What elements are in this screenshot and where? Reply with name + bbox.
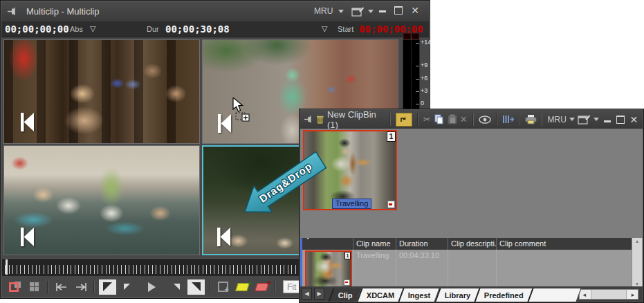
start-label: Start xyxy=(338,25,353,33)
column-header-duration[interactable]: Duration xyxy=(396,238,448,250)
tab-library[interactable]: Library xyxy=(434,288,479,302)
table-vertical-scrollbar[interactable]: ▴ ▾ xyxy=(632,238,642,287)
in-flag-icon xyxy=(103,282,112,291)
clip-marker-icon xyxy=(387,201,395,208)
add-camera-button[interactable]: + xyxy=(214,279,232,295)
clear-in-button[interactable] xyxy=(118,279,136,295)
duration-timecode[interactable]: 00;00;30;08 xyxy=(165,24,230,35)
clipbin-window: New ClipBin (1) ✂ ✕ xyxy=(299,109,644,303)
timecode-mode-label[interactable]: Abs xyxy=(70,25,83,33)
add-marker-button[interactable]: + xyxy=(234,279,251,295)
tab-strip-filler xyxy=(527,288,581,302)
row-index-badge: 1 xyxy=(344,252,351,259)
properties-dropdown-icon[interactable] xyxy=(594,118,599,121)
tab-horizontal-scrollbar[interactable]: ◂ ▸ xyxy=(579,289,638,300)
view-detail-button[interactable] xyxy=(502,115,514,124)
cell-duration[interactable]: 00:04:33:10 xyxy=(396,250,448,287)
column-header-thumbnail[interactable] xyxy=(302,238,353,250)
timecode-mode-dropdown-icon[interactable]: ▽ xyxy=(90,24,95,33)
meter-label: +9 xyxy=(421,62,427,68)
cell-clip-name[interactable]: Travelling xyxy=(353,250,396,287)
delete-marker-button[interactable]: ✕ xyxy=(253,279,270,295)
multiclip-window-title: Multiclip - Multiclip xyxy=(26,6,99,17)
minimize-button[interactable] xyxy=(602,115,612,125)
mru-button[interactable]: MRU xyxy=(314,6,333,16)
tab-predefined[interactable]: Predefined xyxy=(474,288,532,302)
pin-icon[interactable] xyxy=(304,115,313,124)
tab-xdcam[interactable]: XDCAM xyxy=(356,288,403,302)
mru-button[interactable]: MRU xyxy=(547,115,566,125)
mru-dropdown-icon[interactable] xyxy=(569,118,575,121)
duration-label: Dur xyxy=(147,25,159,33)
clipbin-titlebar[interactable]: New ClipBin (1) ✂ ✕ xyxy=(300,110,643,129)
start-dropdown-icon[interactable]: ▽ xyxy=(322,24,327,33)
scroll-up-icon[interactable]: ▴ xyxy=(636,238,638,244)
view-eye-button[interactable] xyxy=(479,116,491,124)
mru-dropdown-icon[interactable] xyxy=(338,10,344,13)
plus-icon: + xyxy=(225,286,229,293)
goto-out-button[interactable] xyxy=(72,279,89,295)
bin-icon xyxy=(316,115,324,125)
row-marker-icon xyxy=(344,279,350,286)
tab-scroll-left-button[interactable]: ◀ xyxy=(302,288,312,300)
camera-preview-3[interactable] xyxy=(3,145,200,255)
clipbin-table: Clip name Duration Clip descripti... Cli… xyxy=(300,238,643,287)
tab-clip[interactable]: Clip xyxy=(329,288,362,302)
minimize-button[interactable] xyxy=(377,4,388,14)
out-flag-small-icon xyxy=(174,284,180,290)
play-button[interactable] xyxy=(143,279,160,295)
clip-name-label[interactable]: Travelling xyxy=(332,199,371,209)
delete-button-disabled[interactable]: ✕ xyxy=(460,114,468,125)
tab-ingest[interactable]: Ingest xyxy=(398,288,439,302)
multi-camera-button[interactable] xyxy=(26,279,43,295)
set-out-button[interactable] xyxy=(187,279,205,295)
maximize-button[interactable] xyxy=(615,115,625,125)
table-header-row: Clip name Duration Clip descripti... Cli… xyxy=(302,238,632,250)
maximize-button[interactable] xyxy=(393,6,404,15)
cell-comment[interactable] xyxy=(497,250,632,287)
paste-button-disabled[interactable] xyxy=(448,114,457,125)
play-icon xyxy=(148,282,156,292)
camera2-mark-icon xyxy=(218,114,231,133)
camera1-mark-icon xyxy=(21,113,34,131)
clipbin-tabbar: ◀ ▶ Clip XDCAM Ingest Library Predefined… xyxy=(300,286,643,302)
cut-button[interactable]: ✂ xyxy=(423,114,431,125)
scroll-left-icon[interactable]: ◂ xyxy=(580,290,589,299)
clear-out-button[interactable] xyxy=(168,279,185,295)
scroll-right-icon[interactable]: ▸ xyxy=(628,290,638,299)
row-thumbnail[interactable]: 1 xyxy=(305,250,352,287)
tab-scroll-right-button[interactable]: ▶ xyxy=(314,288,324,300)
current-timecode[interactable]: 00;00;00;00 xyxy=(5,24,69,35)
set-in-button[interactable] xyxy=(99,279,116,295)
column-header-description[interactable]: Clip descripti... xyxy=(448,238,497,250)
clip-card-travelling[interactable]: 1 Travelling xyxy=(303,130,397,210)
clipbin-clip-area[interactable]: 1 Travelling xyxy=(300,129,643,238)
copy-button[interactable] xyxy=(434,114,445,125)
table-row-travelling[interactable]: 1 Travelling 00:04:33:10 xyxy=(302,250,632,287)
clip-thumbnail-image xyxy=(304,131,396,209)
marker-cross-icon: ✕ xyxy=(266,279,272,286)
clipbin-window-title: New ClipBin (1) xyxy=(327,109,385,130)
out-flag-icon xyxy=(192,282,201,291)
layout-dropdown-icon[interactable] xyxy=(368,10,374,13)
screen: Multiclip - Multiclip MRU ✕ 00;00;00;00 … xyxy=(0,0,644,303)
multiclip-titlebar[interactable]: Multiclip - Multiclip MRU ✕ xyxy=(1,1,429,22)
print-button[interactable] xyxy=(525,114,537,125)
layout-properties-icon[interactable] xyxy=(351,6,365,17)
camera-preview-1[interactable] xyxy=(3,39,200,144)
column-header-comment[interactable]: Clip comment xyxy=(497,238,632,250)
clip-index-badge: 1 xyxy=(387,131,396,142)
meter-label: 0 xyxy=(421,100,424,107)
goto-in-button[interactable] xyxy=(53,279,70,295)
pin-icon[interactable] xyxy=(7,7,18,16)
scrollbar-thumb[interactable] xyxy=(591,290,627,299)
cell-description[interactable] xyxy=(448,250,497,287)
close-button[interactable]: ✕ xyxy=(629,115,639,125)
close-button[interactable]: ✕ xyxy=(410,6,421,15)
column-header-clip-name[interactable]: Clip name xyxy=(353,238,396,250)
bin-properties-icon[interactable] xyxy=(578,113,591,125)
clip-led-left xyxy=(403,33,411,39)
folder-up-button[interactable] xyxy=(396,113,412,127)
single-camera-button[interactable] xyxy=(6,279,24,295)
playhead[interactable] xyxy=(6,259,8,275)
